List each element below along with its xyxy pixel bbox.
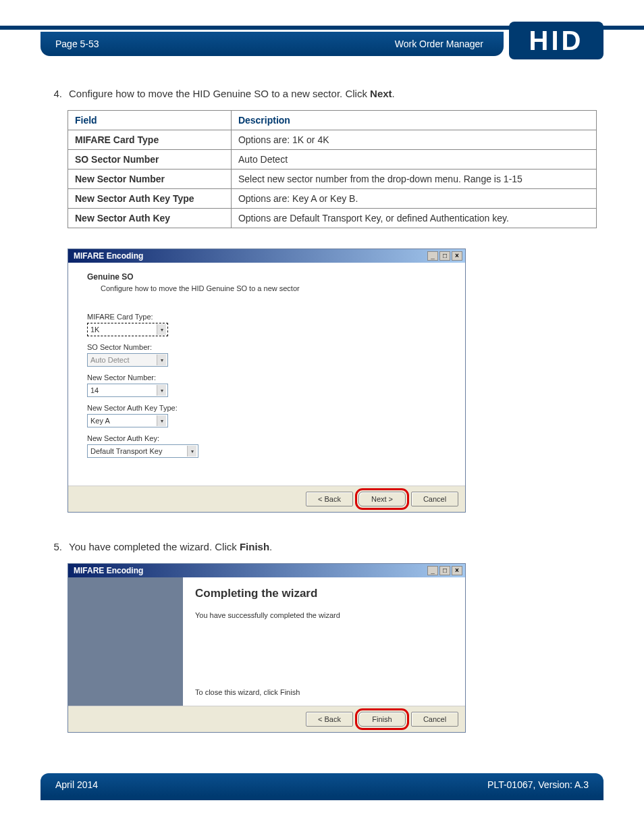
wizard-close-message: To close this wizard, click Finish	[195, 688, 453, 696]
dialog-subtitle: Configure how to move the HID Genuine SO…	[101, 284, 452, 292]
table-row: New Sector Auth KeyOptions are Default T…	[68, 209, 597, 228]
close-icon[interactable]: ×	[452, 251, 462, 261]
step-text: Configure how to move the HID Genuine SO…	[69, 86, 597, 101]
page-footer: April 2014 PLT-01067, Version: A.3	[41, 773, 603, 796]
col-field: Field	[68, 111, 232, 130]
so-sector-select[interactable]: Auto Detect▾	[87, 353, 168, 367]
dialog-heading: Genuine SO	[87, 272, 452, 282]
step-number: 5.	[47, 540, 62, 554]
card-type-select[interactable]: 1K▾	[87, 323, 168, 336]
step-number: 4.	[47, 86, 62, 101]
field-name: New Sector Auth Key Type	[68, 189, 232, 209]
chevron-down-icon: ▾	[157, 385, 166, 396]
step-text: You have completed the wizard. Click Fin…	[69, 540, 597, 554]
page-number: Page 5-53	[55, 38, 99, 49]
back-button[interactable]: < Back	[306, 492, 353, 506]
auth-type-select[interactable]: Key A▾	[87, 414, 168, 427]
minimize-icon[interactable]: _	[427, 566, 438, 575]
so-sector-label: SO Sector Number:	[87, 343, 452, 351]
chevron-down-icon: ▾	[187, 446, 196, 457]
dialog-title: MIFARE Encoding	[74, 566, 143, 575]
cancel-button[interactable]: Cancel	[411, 712, 458, 727]
wizard-complete-heading: Completing the wizard	[195, 587, 453, 600]
field-name: New Sector Number	[68, 170, 232, 189]
mifare-encoding-dialog: MIFARE Encoding _ □ × Genuine SO Configu…	[68, 249, 466, 513]
footer-doc-id: PLT-01067, Version: A.3	[487, 779, 589, 790]
wizard-complete-message: You have successfully completed the wiza…	[195, 611, 453, 619]
logo-text: HID	[529, 26, 584, 56]
auth-type-label: New Sector Auth Key Type:	[87, 404, 452, 412]
maximize-icon[interactable]: □	[439, 251, 450, 261]
field-description: Select new sector number from the drop-d…	[231, 170, 596, 189]
brand-logo: HID	[509, 22, 603, 59]
step-5: 5. You have completed the wizard. Click …	[47, 540, 597, 554]
wizard-complete-dialog: MIFARE Encoding _ □ × Completing the wiz…	[68, 563, 466, 733]
field-description: Options are Default Transport Key, or de…	[231, 209, 596, 228]
field-name: SO Sector Number	[68, 150, 232, 170]
wizard-side-image	[68, 577, 183, 706]
field-name: New Sector Auth Key	[68, 209, 232, 228]
chevron-down-icon: ▾	[157, 324, 166, 335]
card-type-label: MIFARE Card Type:	[87, 313, 452, 321]
dialog-titlebar: MIFARE Encoding _ □ ×	[68, 564, 465, 577]
dialog-titlebar: MIFARE Encoding _ □ ×	[68, 249, 465, 263]
fields-table: Field Description MIFARE Card TypeOption…	[68, 110, 597, 228]
chevron-down-icon: ▾	[157, 355, 166, 365]
back-button[interactable]: < Back	[306, 712, 353, 727]
new-sector-select[interactable]: 14▾	[87, 384, 168, 397]
step-4: 4. Configure how to move the HID Genuine…	[47, 86, 597, 101]
auth-key-label: New Sector Auth Key:	[87, 434, 452, 442]
field-description: Options are: Key A or Key B.	[231, 189, 596, 209]
table-row: MIFARE Card TypeOptions are: 1K or 4K	[68, 130, 597, 150]
footer-date: April 2014	[55, 779, 98, 790]
chevron-down-icon: ▾	[157, 415, 166, 426]
table-row: SO Sector NumberAuto Detect	[68, 150, 597, 170]
field-description: Options are: 1K or 4K	[231, 130, 596, 150]
minimize-icon[interactable]: _	[427, 251, 438, 261]
section-title: Work Order Manager	[395, 38, 483, 49]
field-name: MIFARE Card Type	[68, 130, 232, 150]
dialog-title: MIFARE Encoding	[74, 251, 143, 261]
finish-button[interactable]: Finish	[358, 712, 406, 727]
close-icon[interactable]: ×	[452, 566, 462, 575]
cancel-button[interactable]: Cancel	[411, 492, 458, 506]
col-description: Description	[231, 111, 596, 130]
table-row: New Sector NumberSelect new sector numbe…	[68, 170, 597, 189]
new-sector-label: New Sector Number:	[87, 373, 452, 382]
next-button[interactable]: Next >	[358, 492, 406, 506]
field-description: Auto Detect	[231, 150, 596, 170]
table-row: New Sector Auth Key TypeOptions are: Key…	[68, 189, 597, 209]
auth-key-select[interactable]: Default Transport Key▾	[87, 444, 198, 458]
maximize-icon[interactable]: □	[439, 566, 450, 575]
page-header: Page 5-53 Work Order Manager	[41, 32, 504, 56]
